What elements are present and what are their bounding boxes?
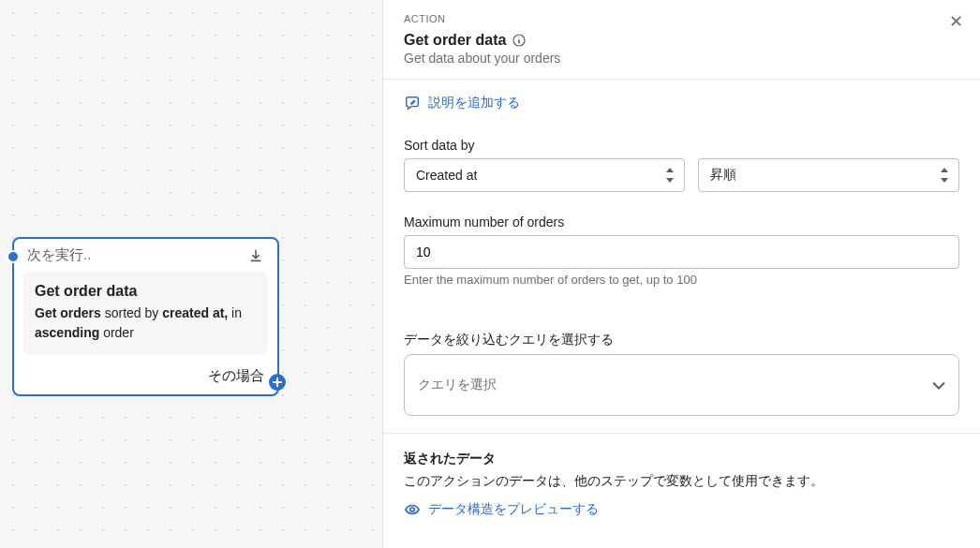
node-header: 次を実行.. xyxy=(14,239,277,272)
node-body: Get order data Get orders sorted by crea… xyxy=(23,272,268,354)
add-description-label: 説明を追加する xyxy=(428,95,520,111)
panel-title: Get order data xyxy=(404,32,506,49)
action-panel: ACTION Get order data Get data about you… xyxy=(382,0,980,548)
eye-icon xyxy=(404,501,421,518)
node-title: Get order data xyxy=(35,283,257,300)
preview-link-label: データ構造をプレビューする xyxy=(428,501,599,518)
sort-section: Sort data by Created at 昇順 xyxy=(383,121,980,209)
returned-data-section: 返されたデータ このアクションのデータは、他のステップで変数として使用できます。… xyxy=(383,434,980,535)
node-description: Get orders sorted by created at, in asce… xyxy=(35,304,257,343)
add-step-button[interactable] xyxy=(269,374,286,391)
comment-icon xyxy=(404,95,421,111)
query-select[interactable]: クエリを選択 xyxy=(404,354,959,416)
preview-structure-link[interactable]: データ構造をプレビューする xyxy=(404,501,959,518)
max-section: Maximum number of orders Enter the maxim… xyxy=(383,209,980,304)
returned-description: このアクションのデータは、他のステップで変数として使用できます。 xyxy=(404,473,959,490)
chevron-down-icon xyxy=(932,381,945,390)
add-description-link[interactable]: 説明を追加する xyxy=(383,80,980,121)
node-input-port[interactable] xyxy=(7,250,20,263)
sort-field-select[interactable]: Created at xyxy=(404,158,685,192)
workflow-node[interactable]: 次を実行.. Get order data Get orders sorted … xyxy=(12,237,279,396)
sort-label: Sort data by xyxy=(404,138,959,153)
max-label: Maximum number of orders xyxy=(404,215,959,230)
panel-type-label: ACTION xyxy=(404,13,959,24)
svg-point-1 xyxy=(410,508,415,512)
node-footer: その場合 xyxy=(14,363,277,394)
max-orders-input[interactable] xyxy=(404,235,959,269)
returned-title: 返されたデータ xyxy=(404,451,959,467)
panel-header: ACTION Get order data Get data about you… xyxy=(383,0,980,79)
sort-direction-select[interactable]: 昇順 xyxy=(698,158,959,192)
info-icon[interactable] xyxy=(512,33,527,48)
panel-subtitle: Get data about your orders xyxy=(404,51,959,66)
download-icon[interactable] xyxy=(247,247,264,264)
query-section: データを絞り込むクエリを選択する クエリを選択 xyxy=(383,304,980,433)
node-header-label: 次を実行.. xyxy=(27,246,91,264)
query-label: データを絞り込むクエリを選択する xyxy=(404,332,959,348)
workflow-canvas: 次を実行.. Get order data Get orders sorted … xyxy=(0,0,382,548)
close-button[interactable]: ✕ xyxy=(949,11,963,32)
max-help-text: Enter the maximum number of orders to ge… xyxy=(404,273,959,287)
query-placeholder: クエリを選択 xyxy=(418,377,497,393)
